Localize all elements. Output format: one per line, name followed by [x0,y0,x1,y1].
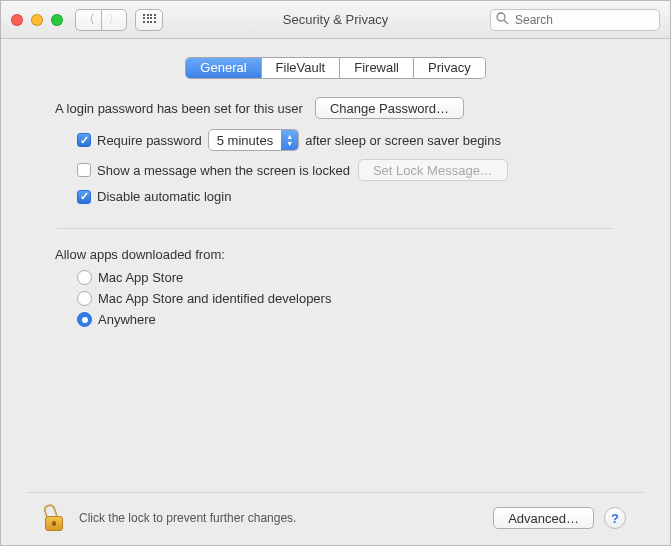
radio-mac-app-store[interactable] [77,270,92,285]
footer: Click the lock to prevent further change… [27,492,644,545]
chevron-right-icon: 〉 [108,11,120,28]
radio-anywhere[interactable] [77,312,92,327]
grid-icon [143,14,155,26]
tab-firewall[interactable]: Firewall [340,58,414,78]
lock-hint-text: Click the lock to prevent further change… [79,511,296,525]
radio-mas-dev-label: Mac App Store and identified developers [98,291,331,306]
after-sleep-text: after sleep or screen saver begins [305,133,501,148]
tab-privacy[interactable]: Privacy [414,58,485,78]
search-field-wrap [490,9,660,31]
tab-filevault[interactable]: FileVault [262,58,341,78]
svg-line-1 [504,20,508,24]
radio-row-mas-dev: Mac App Store and identified developers [77,291,614,306]
login-password-row: A login password has been set for this u… [55,97,614,119]
radio-mas-label: Mac App Store [98,270,183,285]
sleep-delay-select[interactable]: 5 minutes ▲▼ [208,129,299,151]
titlebar: 〈 〉 Security & Privacy [1,1,670,39]
zoom-window-button[interactable] [51,14,63,26]
require-password-row: Require password 5 minutes ▲▼ after slee… [77,129,614,151]
general-section: A login password has been set for this u… [27,97,644,333]
show-message-checkbox[interactable] [77,163,91,177]
show-message-row: Show a message when the screen is locked… [77,159,614,181]
stepper-icon: ▲▼ [281,130,298,150]
content-area: General FileVault Firewall Privacy A log… [1,39,670,545]
require-password-label: Require password [97,133,202,148]
disable-auto-login-checkbox[interactable] [77,190,91,204]
show-message-label: Show a message when the screen is locked [97,163,350,178]
change-password-button[interactable]: Change Password… [315,97,464,119]
back-button[interactable]: 〈 [75,9,101,31]
help-button[interactable]: ? [604,507,626,529]
radio-row-mas: Mac App Store [77,270,614,285]
require-password-checkbox[interactable] [77,133,91,147]
section-divider [57,228,614,229]
chevron-left-icon: 〈 [83,11,95,28]
tab-general[interactable]: General [186,58,261,78]
radio-mas-and-developers[interactable] [77,291,92,306]
svg-point-0 [497,13,505,21]
nav-buttons: 〈 〉 [75,9,127,31]
allow-apps-heading: Allow apps downloaded from: [55,247,225,262]
set-lock-message-button[interactable]: Set Lock Message… [358,159,508,181]
close-window-button[interactable] [11,14,23,26]
disable-auto-login-label: Disable automatic login [97,189,231,204]
preferences-window: 〈 〉 Security & Privacy General F [0,0,671,546]
radio-anywhere-label: Anywhere [98,312,156,327]
lock-icon[interactable] [45,505,67,531]
radio-row-anywhere: Anywhere [77,312,614,327]
login-password-text: A login password has been set for this u… [55,101,303,116]
tab-bar: General FileVault Firewall Privacy [27,57,644,79]
allow-apps-heading-row: Allow apps downloaded from: [55,247,614,262]
search-input[interactable] [490,9,660,31]
advanced-button[interactable]: Advanced… [493,507,594,529]
allow-apps-radio-group: Mac App Store Mac App Store and identifi… [77,270,614,327]
show-all-button[interactable] [135,9,163,31]
search-icon [496,12,509,28]
forward-button[interactable]: 〉 [101,9,127,31]
sleep-delay-value: 5 minutes [209,133,281,148]
window-controls [11,14,63,26]
minimize-window-button[interactable] [31,14,43,26]
disable-auto-login-row: Disable automatic login [77,189,614,204]
